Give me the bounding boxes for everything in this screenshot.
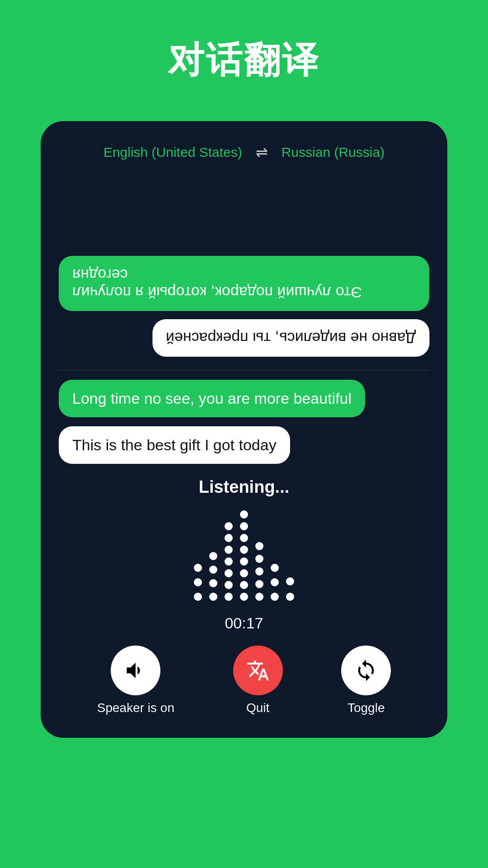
wave-col-1 <box>194 564 202 601</box>
dot <box>225 581 233 589</box>
wave-col-4 <box>240 510 248 601</box>
listening-section: Listening... <box>59 477 429 632</box>
flipped-messages: Это лучший подарок, который я получил се… <box>59 256 429 357</box>
normal-messages: Long time no see, you are more beautiful… <box>59 380 429 464</box>
speaker-label: Speaker is on <box>97 701 174 715</box>
wave-col-2 <box>209 552 217 601</box>
waveform <box>194 510 294 601</box>
dot <box>194 593 202 601</box>
app-title: 对话翻译 <box>168 36 320 85</box>
wave-col-7 <box>286 577 294 601</box>
quit-button[interactable] <box>233 646 283 695</box>
wave-col-5 <box>255 542 263 601</box>
dot <box>240 522 248 530</box>
listening-label: Listening... <box>199 477 290 497</box>
section-divider <box>59 370 429 371</box>
dot <box>240 593 248 601</box>
dot <box>240 569 248 577</box>
lang-left[interactable]: English (United States) <box>103 145 242 160</box>
speaker-icon <box>124 659 147 682</box>
timer-display: 00:17 <box>225 614 263 632</box>
dot <box>240 581 248 589</box>
wave-col-3 <box>225 522 233 601</box>
quit-label: Quit <box>246 701 269 715</box>
flipped-message-green: Это лучший подарок, который я получил се… <box>59 256 429 311</box>
dot <box>240 546 248 554</box>
dot <box>240 510 248 519</box>
dot <box>255 580 263 588</box>
dot <box>286 577 294 585</box>
dot <box>209 552 217 560</box>
message-white-normal: This is the best gift I got today <box>59 426 290 464</box>
speaker-button-wrap: Speaker is on <box>97 646 174 715</box>
toggle-button[interactable] <box>341 646 391 695</box>
dot <box>286 593 294 601</box>
swap-languages-icon[interactable]: ⇌ <box>256 144 268 161</box>
dot <box>225 593 233 601</box>
dot <box>240 557 248 566</box>
dot <box>209 593 217 601</box>
empty-space <box>59 175 429 256</box>
dot <box>194 564 202 572</box>
toggle-button-wrap: Toggle <box>341 646 391 715</box>
dot <box>225 569 233 577</box>
dot <box>225 522 233 530</box>
message-green-normal: Long time no see, you are more beautiful <box>59 380 365 417</box>
dot <box>255 567 263 576</box>
dot <box>255 542 263 550</box>
flipped-message-white: Давно не виделись, ты прекрасней <box>152 319 429 357</box>
dot <box>255 593 263 601</box>
lang-right[interactable]: Russian (Russia) <box>282 145 385 160</box>
toggle-icon <box>354 659 378 682</box>
toggle-label: Toggle <box>347 701 385 715</box>
quit-button-wrap: Quit <box>233 646 283 715</box>
language-bar: English (United States) ⇌ Russian (Russi… <box>59 144 429 161</box>
dot <box>271 578 279 586</box>
dot <box>240 534 248 542</box>
dot <box>209 579 217 587</box>
dot <box>271 564 279 572</box>
translate-icon <box>246 659 270 682</box>
speaker-button[interactable] <box>111 646 160 695</box>
dot <box>255 555 263 563</box>
dot <box>225 534 233 542</box>
main-card: English (United States) ⇌ Russian (Russi… <box>41 121 447 738</box>
dot <box>225 557 233 566</box>
dot <box>225 546 233 554</box>
bottom-controls: Speaker is on Quit Toggle <box>59 646 429 715</box>
wave-col-6 <box>271 564 279 601</box>
dot <box>209 566 217 574</box>
dot <box>194 578 202 586</box>
dot <box>271 593 279 601</box>
